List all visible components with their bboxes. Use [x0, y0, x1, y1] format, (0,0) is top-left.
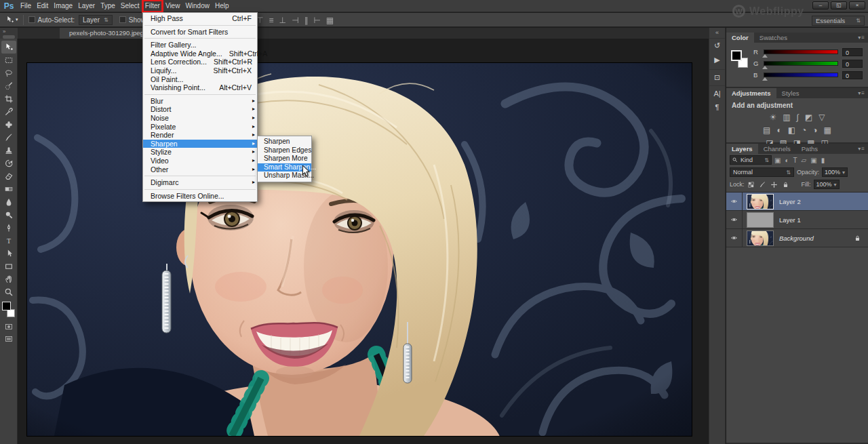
channel-value-field[interactable]: 0: [842, 60, 863, 68]
close-button[interactable]: ×: [849, 1, 865, 9]
screen-mode-button[interactable]: [1, 333, 16, 345]
channel-value-field[interactable]: 0: [842, 48, 863, 56]
panel-menu-icon[interactable]: ▾≡: [858, 88, 868, 98]
menubar-item-Image[interactable]: Image: [51, 0, 75, 12]
filter-menu-item[interactable]: Liquify... Shift+Ctrl+X: [143, 66, 257, 75]
panel-menu-icon[interactable]: ▾≡: [858, 33, 868, 43]
channel-value-field[interactable]: 0: [842, 71, 863, 79]
filter-toggle-icon[interactable]: ▮: [821, 157, 825, 164]
layer-name[interactable]: Layer 1: [779, 216, 801, 224]
channel-slider[interactable]: [764, 61, 838, 66]
filter-menu-item[interactable]: Vanishing Point... Alt+Ctrl+V: [143, 83, 257, 92]
quick-selection-tool[interactable]: [1, 79, 16, 92]
vibrance-icon[interactable]: ▽: [818, 113, 825, 122]
zoom-tool[interactable]: [1, 285, 16, 298]
filter-menu-item[interactable]: Other ▸: [143, 165, 257, 174]
layer-name[interactable]: Layer 2: [779, 198, 801, 205]
filter-menu-item[interactable]: Blur ▸: [143, 97, 257, 106]
channel-slider[interactable]: [764, 49, 838, 54]
filter-menu-item[interactable]: Adaptive Wide Angle... Shift+Ctrl+A: [143, 49, 257, 58]
history-brush-tool[interactable]: [1, 157, 16, 169]
exposure-icon[interactable]: ◩: [805, 113, 812, 122]
curves-icon[interactable]: ∫: [797, 113, 799, 122]
brush-tool[interactable]: [1, 131, 16, 144]
photo-filter-icon[interactable]: ◔: [802, 125, 806, 135]
slider-thumb-icon[interactable]: [762, 54, 768, 58]
shape-tool[interactable]: [1, 260, 16, 273]
crop-tool[interactable]: [1, 92, 16, 105]
filter-menu-item[interactable]: Filter Gallery...: [143, 41, 257, 49]
filter-menu-item[interactable]: Pixelate ▸: [143, 123, 257, 132]
lock-all-icon[interactable]: [782, 181, 789, 188]
panel-menu-icon[interactable]: ▾≡: [858, 144, 868, 154]
layer-visibility-toggle[interactable]: [726, 193, 743, 210]
filter-menu-item[interactable]: Sharpen ▸: [143, 140, 257, 148]
filter-menu-item[interactable]: Distort ▸: [143, 105, 257, 114]
move-tool[interactable]: [1, 41, 16, 54]
history-panel-icon[interactable]: ↺: [709, 39, 725, 53]
show-transform-checkbox[interactable]: [119, 16, 126, 23]
blend-mode-dropdown[interactable]: Normal ⇅: [730, 167, 794, 177]
pen-tool[interactable]: [1, 221, 16, 234]
filter-menu-item[interactable]: Lens Correction... Shift+Ctrl+R: [143, 58, 257, 66]
filter-menu-item[interactable]: Render ▸: [143, 131, 257, 140]
filter-menu-item[interactable]: Digimarc ▸: [143, 178, 257, 187]
filter-type-layers-icon[interactable]: T: [793, 157, 797, 164]
marquee-tool[interactable]: [1, 54, 16, 66]
layer-visibility-toggle[interactable]: [726, 229, 743, 247]
blur-tool[interactable]: [1, 195, 16, 208]
properties-panel-icon[interactable]: ⊡: [709, 69, 725, 83]
align-icon[interactable]: ⊥: [279, 16, 285, 25]
layer-thumbnail[interactable]: [747, 194, 774, 209]
layer-name[interactable]: Background: [779, 235, 814, 242]
healing-brush-tool[interactable]: [1, 118, 16, 131]
auto-select-target-dropdown[interactable]: Layer ⇅: [79, 15, 113, 25]
panel-tab[interactable]: Swatches: [754, 33, 793, 43]
panel-tab[interactable]: Layers: [726, 144, 758, 154]
filter-menu-item[interactable]: Oil Paint...: [143, 75, 257, 84]
type-tool[interactable]: [1, 234, 16, 247]
sharpen-submenu-item[interactable]: Sharpen: [258, 138, 311, 146]
panel-tab[interactable]: Paths: [796, 144, 823, 154]
layer-row[interactable]: Layer 1: [726, 211, 868, 229]
panel-tab[interactable]: Color: [726, 33, 754, 43]
paragraph-panel-icon[interactable]: ¶: [709, 100, 725, 114]
filter-shape-layers-icon[interactable]: ▱: [802, 157, 807, 164]
menubar-item-Help[interactable]: Help: [212, 0, 232, 12]
lock-position-icon[interactable]: [770, 181, 778, 188]
layer-thumbnail[interactable]: [747, 212, 774, 228]
foreground-color-swatch[interactable]: [2, 302, 11, 310]
align-icon[interactable]: ⊣: [292, 16, 298, 25]
foreground-color-swatch[interactable]: [731, 50, 742, 61]
align-icon[interactable]: ∥: [304, 16, 308, 25]
layer-visibility-toggle[interactable]: [726, 211, 743, 228]
canvas-image[interactable]: [27, 63, 692, 436]
color-balance-icon[interactable]: ◐: [776, 125, 781, 135]
fill-field[interactable]: 100% ▾: [814, 180, 840, 189]
filter-menu-item[interactable]: Video ▸: [143, 157, 257, 165]
filter-menu-item[interactable]: Stylize ▸: [143, 148, 257, 157]
align-icon[interactable]: ⊢: [313, 16, 320, 25]
lasso-tool[interactable]: [1, 66, 16, 79]
layer-filter-kind-dropdown[interactable]: Kind ⇅: [730, 155, 772, 165]
channel-slider[interactable]: [764, 73, 838, 77]
menubar-item-Edit[interactable]: Edit: [34, 0, 51, 12]
path-selection-tool[interactable]: [1, 247, 16, 260]
restore-button[interactable]: ◱: [831, 1, 847, 9]
align-icon[interactable]: ≡: [269, 16, 273, 25]
filter-menu-item[interactable]: Convert for Smart Filters: [143, 28, 257, 37]
sharpen-submenu-item[interactable]: Sharpen Edges: [258, 146, 311, 155]
hand-tool[interactable]: [1, 273, 16, 285]
menubar-item-Layer[interactable]: Layer: [75, 0, 98, 12]
tool-preset-button[interactable]: ▾: [5, 16, 18, 24]
tools-panel-header[interactable]: »: [0, 28, 18, 39]
panel-tab[interactable]: Styles: [776, 88, 805, 98]
menubar-item-Filter[interactable]: Filter: [142, 0, 163, 12]
panel-tab[interactable]: Adjustments: [726, 88, 776, 98]
black-white-icon[interactable]: ◧: [788, 125, 795, 135]
quick-mask-button[interactable]: [1, 321, 16, 333]
minimize-button[interactable]: –: [812, 1, 829, 9]
menubar-item-Type[interactable]: Type: [98, 0, 118, 12]
sharpen-submenu-item[interactable]: Sharpen More: [258, 155, 311, 163]
dodge-tool[interactable]: [1, 208, 16, 221]
